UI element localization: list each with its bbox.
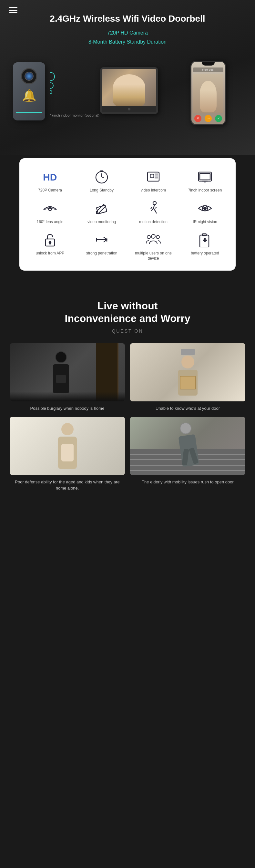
battery-icon (196, 231, 214, 248)
lens-angle-label: 160° lens angle (37, 220, 64, 225)
feature-motion-detection: motion detection (129, 199, 178, 225)
rushing-image (130, 417, 245, 475)
eye-icon (196, 199, 214, 217)
phone-decline-btn: ✕ (194, 115, 201, 122)
svg-point-28 (147, 236, 151, 239)
delivery-image (130, 343, 245, 401)
phone-menu-btn: ⋯ (205, 115, 212, 122)
strong-penetration-label: strong penetration (86, 251, 118, 256)
svg-point-18 (153, 202, 156, 205)
problems-grid: Possible burglary when nobody is home Un… (10, 343, 245, 492)
feature-video-monitoring: video monitoring (77, 199, 126, 225)
hero-section: 2.4GHz Wireless Wifi Video Doorbell 720P… (0, 0, 255, 155)
arrows-icon (93, 231, 110, 248)
live-section: Live without Inconvenience and Worry QUE… (0, 283, 255, 501)
phone-image: Front Door ✕ ⋯ ✓ (190, 61, 226, 125)
elderly-caption: Poor defense ability for the aged and ki… (10, 479, 125, 492)
doorbell-camera (21, 68, 37, 84)
svg-rect-12 (200, 174, 210, 180)
hero-product-images: 🔔 *7inch indoor monitor (optional) Front… (0, 50, 255, 127)
delivery-caption: Unable to know who's at your door (156, 405, 220, 412)
hamburger-menu[interactable] (9, 7, 18, 13)
lock-icon (41, 231, 59, 248)
svg-point-29 (156, 236, 159, 239)
feature-multi-users: multiple users on one device (129, 231, 178, 261)
svg-point-7 (150, 174, 154, 178)
lens-icon (41, 199, 59, 217)
screen-icon (196, 168, 214, 185)
svg-text:HD: HD (43, 172, 57, 182)
burglar-image (10, 343, 125, 401)
feature-night-vision: IR night vision (181, 199, 229, 225)
intercom-icon (145, 168, 162, 185)
problem-delivery: Unable to know who's at your door (130, 343, 245, 412)
feature-indoor-screen: 7inch indoor screen (181, 168, 229, 193)
monitor-image (100, 67, 158, 114)
hero-feature1: 720P HD Camera (0, 28, 255, 37)
problem-rushing: The elderly with mobility issues rush to… (130, 417, 245, 492)
live-subtitle: QUESTION (10, 329, 245, 334)
feature-lens-angle: 160° lens angle (26, 199, 74, 225)
live-title: Live without Inconvenience and Worry (10, 300, 245, 324)
hero-features: 720P HD Camera 8-Month Battery Standby D… (0, 28, 255, 46)
hero-feature2: 8-Month Battery Standby Duration (0, 37, 255, 46)
elderly-image (10, 417, 125, 475)
users-icon (145, 231, 162, 248)
burglar-caption: Possible burglary when nobody is home (30, 405, 104, 412)
rushing-caption: The elderly with mobility issues rush to… (142, 479, 234, 485)
long-standby-label: Long Standby (90, 188, 114, 193)
motion-detection-label: motion detection (139, 220, 167, 225)
feature-strong-penetration: strong penetration (77, 231, 126, 261)
night-vision-label: IR night vision (193, 220, 217, 225)
problem-elderly: Poor defense ability for the aged and ki… (10, 417, 125, 492)
clock-icon (93, 168, 110, 185)
feature-long-standby: Long Standby (77, 168, 126, 193)
feature-hd-camera: HD 720P Camera (26, 168, 74, 193)
problem-burglar: Possible burglary when nobody is home (10, 343, 125, 412)
indoor-screen-label: 7inch indoor screen (188, 188, 222, 193)
phone-header-label: Front Door (193, 67, 223, 72)
features-card: HD 720P Camera Long Standby (19, 158, 236, 271)
svg-rect-6 (148, 172, 159, 181)
bell-icon: 🔔 (22, 89, 36, 102)
unlock-app-label: unlock from APP (36, 251, 65, 256)
phone-accept-btn: ✓ (215, 115, 222, 122)
video-monitoring-label: video monitoring (88, 220, 116, 225)
feature-video-intercom: video intercom (129, 168, 178, 193)
pencil-icon (93, 199, 110, 217)
doorbell-image: 🔔 (13, 62, 45, 120)
monitor-label: *7inch indoor monitor (optional) (50, 113, 99, 117)
hd-icon: HD (41, 168, 59, 185)
svg-point-27 (151, 235, 155, 238)
features-section: HD 720P Camera Long Standby (0, 155, 255, 283)
battery-label: battery operated (191, 251, 219, 256)
svg-point-20 (204, 207, 206, 210)
hero-title: 2.4GHz Wireless Wifi Video Doorbell (0, 6, 255, 25)
feature-battery: battery operated (181, 231, 229, 261)
wifi-signal (46, 72, 55, 95)
multi-users-label: multiple users on one device (129, 251, 178, 261)
hd-camera-label: 720P Camera (38, 188, 62, 193)
video-intercom-label: video intercom (141, 188, 166, 193)
features-grid: HD 720P Camera Long Standby (26, 168, 229, 261)
feature-unlock-app: unlock from APP (26, 231, 74, 261)
walk-icon (145, 199, 162, 217)
svg-point-22 (49, 242, 51, 244)
